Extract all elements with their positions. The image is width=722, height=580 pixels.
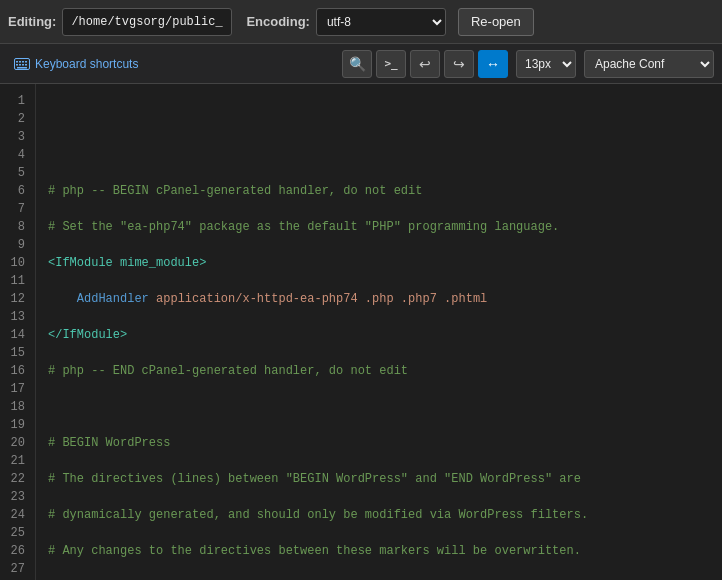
code-line: # The directives (lines) between "BEGIN … <box>48 470 722 488</box>
svg-rect-4 <box>25 61 27 63</box>
code-editor[interactable]: # php -- BEGIN cPanel-generated handler,… <box>36 84 722 580</box>
undo-button[interactable]: ↩ <box>410 50 440 78</box>
reopen-button[interactable]: Re-open <box>458 8 534 36</box>
terminal-icon: >_ <box>384 57 397 70</box>
code-line <box>48 110 722 128</box>
language-select[interactable]: Apache Conf Plain Text PHP HTML CSS Java… <box>584 50 714 78</box>
svg-rect-5 <box>16 64 18 66</box>
svg-rect-3 <box>22 61 24 63</box>
code-line: # Set the "ea-php74" package as the defa… <box>48 218 722 236</box>
undo-icon: ↩ <box>419 56 431 72</box>
code-line: <IfModule mime_module> <box>48 254 722 272</box>
search-icon: 🔍 <box>349 56 366 72</box>
code-line: AddHandler application/x-httpd-ea-php74 … <box>48 290 722 308</box>
code-line <box>48 398 722 416</box>
keyboard-shortcuts-label: Keyboard shortcuts <box>35 57 138 71</box>
keyboard-icon <box>14 58 30 70</box>
search-button[interactable]: 🔍 <box>342 50 372 78</box>
code-line: # php -- END cPanel-generated handler, d… <box>48 362 722 380</box>
redo-button[interactable]: ↪ <box>444 50 474 78</box>
code-line: # dynamically generated, and should only… <box>48 506 722 524</box>
code-line: # php -- BEGIN cPanel-generated handler,… <box>48 182 722 200</box>
code-line: </IfModule> <box>48 326 722 344</box>
encoding-label: Encoding: <box>246 14 310 29</box>
line-numbers: 1 2 3 4 5 6 7 8 9 10 11 12 13 14 15 16 1… <box>0 84 36 580</box>
svg-rect-6 <box>19 64 21 66</box>
editing-label: Editing: <box>8 14 56 29</box>
svg-rect-2 <box>19 61 21 63</box>
svg-rect-7 <box>22 64 24 66</box>
svg-rect-1 <box>16 61 18 63</box>
redo-icon: ↪ <box>453 56 465 72</box>
wrap-icon: ↔ <box>486 56 500 72</box>
code-line: # Any changes to the directives between … <box>48 542 722 560</box>
svg-rect-9 <box>17 67 27 69</box>
encoding-select[interactable]: utf-8 utf-16 latin-1 ascii <box>316 8 446 36</box>
keyboard-shortcuts-link[interactable]: Keyboard shortcuts <box>8 54 144 74</box>
toolbar: Keyboard shortcuts 🔍 >_ ↩ ↪ ↔ 10px 11px … <box>0 44 722 84</box>
font-size-select[interactable]: 10px 11px 12px 13px 14px 16px 18px <box>516 50 576 78</box>
code-line <box>48 146 722 164</box>
file-path-input[interactable] <box>62 8 232 36</box>
svg-rect-8 <box>25 64 27 66</box>
editor-container: 1 2 3 4 5 6 7 8 9 10 11 12 13 14 15 16 1… <box>0 84 722 580</box>
code-line: # BEGIN WordPress <box>48 434 722 452</box>
terminal-button[interactable]: >_ <box>376 50 406 78</box>
wrap-button[interactable]: ↔ <box>478 50 508 78</box>
top-bar: Editing: Encoding: utf-8 utf-16 latin-1 … <box>0 0 722 44</box>
